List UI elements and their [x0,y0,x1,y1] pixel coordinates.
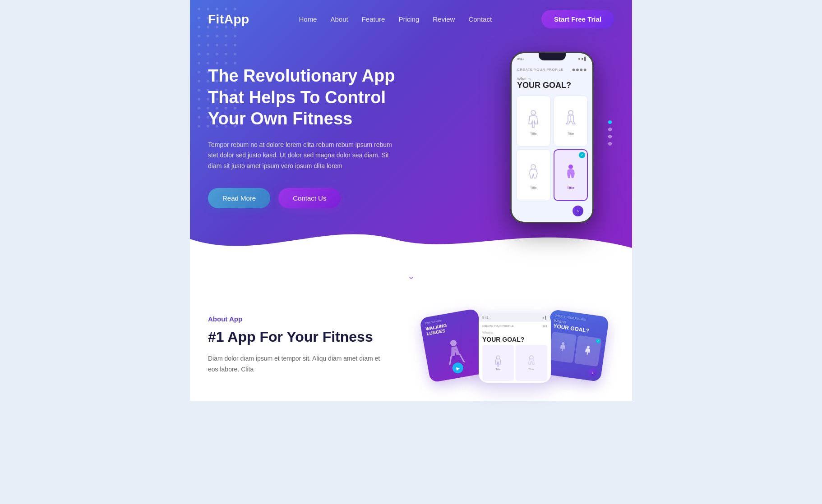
about-description: Diam dolor diam ipsum et tempor sit. Ali… [208,353,388,375]
svg-point-73 [568,165,573,169]
phone-bottom-area: › [516,205,588,217]
phone-grid-label-1: Title [530,132,537,136]
card2-status: 9:41 ● ▌ [479,313,551,322]
side-dot-2[interactable] [608,128,612,131]
svg-point-78 [587,346,590,349]
about-card-3: CREATE YOUR PROFILE What is YOUR GOAL? ✓ [542,309,610,382]
phone-next-button[interactable]: › [573,206,583,216]
body-icon-2 [562,108,580,131]
card3-grid: ✓ [549,332,602,367]
phone-header: CREATE YOUR PROFILE ●●●● [512,62,592,75]
card2-what: What is [479,330,551,336]
brand-logo: FitApp [208,12,249,27]
side-dot-3[interactable] [608,135,612,138]
about-text: About App #1 App For Your Fitness Diam d… [208,311,388,375]
navbar: FitApp Home About Feature Pricing Review… [190,0,632,38]
start-free-trial-button[interactable]: Start Free Trial [541,10,614,28]
phone-time: 9:41 [517,57,524,61]
side-dot-1[interactable] [608,120,612,124]
card3-arrow[interactable]: › [588,368,597,377]
phone-check-icon: ✓ [579,152,585,158]
card2-grid: Title Title [479,343,551,383]
hero-buttons: Read More Contact Us [208,188,425,208]
phone-grid-item-1[interactable]: Title [516,96,551,147]
card2-grid-2: Title [516,345,547,381]
scroll-indicator-container: ⌄ [190,266,632,284]
body-icon-1 [524,108,542,131]
body-icon-4 [562,162,580,185]
page-wrapper: FitApp Home About Feature Pricing Review… [0,0,822,504]
phone-header-label: CREATE YOUR PROFILE [517,68,563,72]
svg-point-77 [562,342,565,345]
about-phone-cards: Back to Home WALKING LUNGES ▶ [420,311,614,383]
hero-content: The Revolutionary App That Helps To Cont… [190,38,632,223]
about-card-2: 9:41 ● ▌ CREATE YOUR PROFILE ●●● What is… [479,313,551,383]
phone-screen: 9:41 ● ● ▌ CREATE YOUR PROFILE ●●●● What… [512,53,592,222]
phone-grid-label-4: Title [567,186,574,190]
card2-grid-1: Title [482,345,514,381]
about-title: #1 App For Your Fitness [208,328,388,345]
phone-grid-label-2: Title [567,132,574,136]
nav-home[interactable]: Home [299,15,317,23]
about-label: About App [208,315,388,323]
phone-goal-title: YOUR GOAL? [517,81,587,90]
card2-goal: YOUR GOAL? [479,336,551,343]
hero-section: FitApp Home About Feature Pricing Review… [190,0,632,266]
phone-mockup-container: 9:41 ● ● ▌ CREATE YOUR PROFILE ●●●● What… [510,52,600,223]
phone-grid-item-2[interactable]: Title [554,96,588,147]
phone-grid-item-3[interactable]: Title [516,149,551,201]
phone-grid-label-3: Title [530,186,537,190]
card3-g1 [549,332,577,363]
nav-pricing[interactable]: Pricing [398,15,419,23]
body-icon-3 [524,162,542,185]
nav-about[interactable]: About [330,15,348,23]
nav-feature[interactable]: Feature [362,15,385,23]
card3-check: ✓ [596,339,600,344]
phone-side-dots [608,120,612,146]
phone-goal-grid: Title [512,94,592,203]
phone-mockup: 9:41 ● ● ▌ CREATE YOUR PROFILE ●●●● What… [510,52,594,223]
read-more-button[interactable]: Read More [208,188,270,208]
phone-notch [539,53,566,60]
main-container: FitApp Home About Feature Pricing Review… [190,0,632,504]
phone-grid-item-4[interactable]: ✓ Title [554,149,588,201]
hero-text: The Revolutionary App That Helps To Cont… [208,56,425,208]
svg-point-72 [531,165,536,169]
hero-title: The Revolutionary App That Helps To Cont… [208,65,425,130]
nav-review[interactable]: Review [433,15,455,23]
about-card-1: Back to Home WALKING LUNGES ▶ [419,308,488,383]
nav-links: Home About Feature Pricing Review Contac… [299,15,492,23]
phone-title-section: What is YOUR GOAL? [512,75,592,94]
chevron-down-icon: ⌄ [407,271,415,281]
phone-signal: ● ● ▌ [578,57,587,61]
nav-contact[interactable]: Contact [468,15,492,23]
svg-point-70 [531,110,536,115]
card2-header: CREATE YOUR PROFILE ●●● [479,322,551,330]
hero-description: Tempor rebum no at dolore lorem clita re… [208,140,402,172]
contact-us-button[interactable]: Contact Us [278,188,341,208]
side-dot-4[interactable] [608,142,612,146]
phone-dots-menu: ●●●● [572,66,587,73]
svg-point-74 [450,339,457,346]
about-section: About App #1 App For Your Fitness Diam d… [190,284,632,401]
card3-g2: ✓ [574,335,602,366]
svg-point-71 [568,110,573,115]
